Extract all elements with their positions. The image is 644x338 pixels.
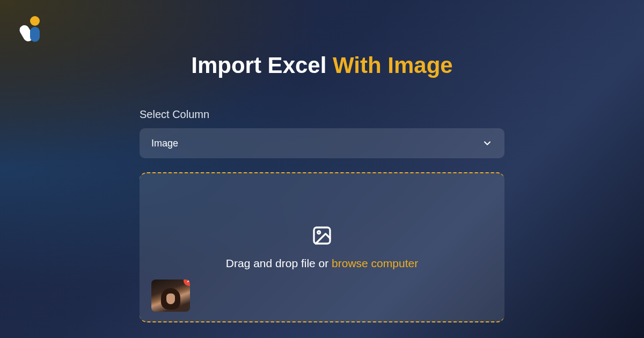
browse-link[interactable]: browse computer bbox=[332, 257, 418, 269]
main-container: Import Excel With Image Select Column Im… bbox=[0, 0, 644, 338]
column-select-value: Image bbox=[151, 138, 178, 149]
upload-dropzone[interactable]: Drag and drop file or browse computer bbox=[140, 172, 504, 322]
svg-point-1 bbox=[318, 231, 320, 234]
logo-shape bbox=[30, 16, 40, 26]
chevron-down-icon bbox=[482, 138, 493, 149]
image-icon bbox=[311, 225, 333, 246]
title-part-2: With Image bbox=[333, 53, 453, 78]
thumbnail-content bbox=[159, 286, 182, 312]
column-label: Select Column bbox=[140, 108, 504, 121]
form-area: Select Column Image Drag and drop file o… bbox=[140, 108, 504, 322]
uploaded-thumbnail bbox=[151, 280, 190, 312]
close-icon bbox=[186, 280, 190, 283]
page-title: Import Excel With Image bbox=[191, 53, 452, 78]
upload-instruction: Drag and drop file or bbox=[226, 257, 332, 269]
logo-shape bbox=[30, 27, 40, 42]
column-select[interactable]: Image bbox=[140, 128, 504, 158]
upload-text: Drag and drop file or browse computer bbox=[226, 257, 418, 270]
remove-image-button[interactable] bbox=[184, 280, 190, 286]
title-part-1: Import Excel bbox=[191, 53, 326, 78]
app-logo bbox=[17, 15, 44, 42]
